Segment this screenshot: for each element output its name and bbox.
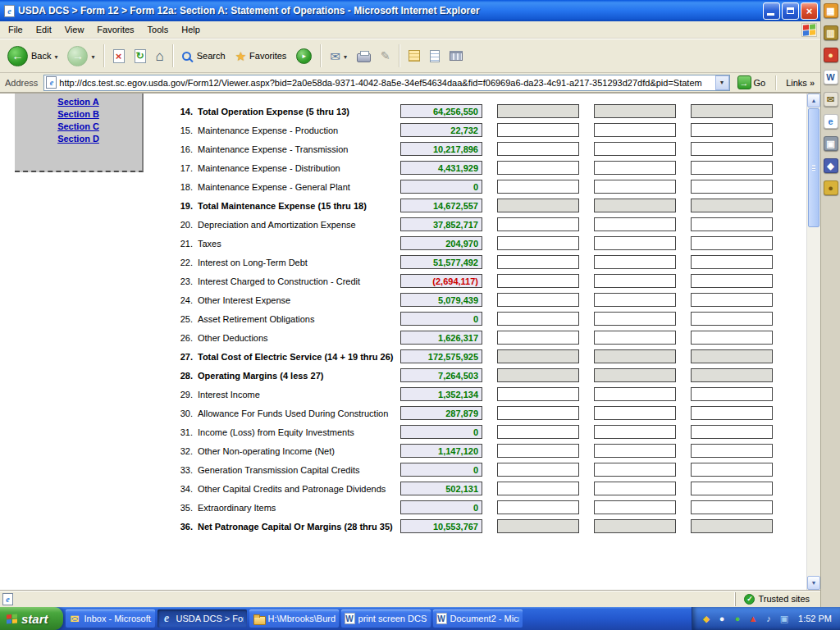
input-field[interactable] (497, 293, 579, 307)
menu-item[interactable]: File (2, 23, 30, 36)
input-field[interactable] (691, 293, 773, 307)
print-button[interactable] (353, 47, 375, 65)
input-field[interactable] (691, 217, 773, 231)
input-field[interactable] (691, 312, 773, 326)
value-field[interactable]: 1,352,134 (400, 387, 482, 401)
address-dropdown-button[interactable] (715, 75, 729, 90)
input-field[interactable] (691, 406, 773, 420)
input-field[interactable] (497, 463, 579, 477)
antivirus-tray-icon[interactable]: ● (732, 613, 743, 624)
input-field[interactable] (594, 444, 676, 458)
dock-shortcut-icon-5[interactable]: ✉ (824, 92, 838, 107)
value-field[interactable]: 64,256,550 (400, 104, 482, 118)
vertical-scrollbar[interactable]: ▲ ▼ (806, 94, 820, 590)
forward-button[interactable]: → (63, 43, 98, 69)
value-field[interactable]: 7,264,503 (400, 368, 482, 382)
menu-item[interactable]: Edit (30, 23, 58, 36)
home-button[interactable]: ⌂ (152, 47, 168, 66)
value-field[interactable]: 172,575,925 (400, 349, 482, 363)
input-field[interactable] (691, 274, 773, 288)
dock-shortcut-icon-8[interactable]: ◆ (824, 158, 838, 173)
menu-item[interactable]: View (58, 23, 91, 36)
input-field[interactable] (594, 500, 676, 514)
input-field[interactable] (594, 123, 676, 137)
input-field[interactable] (594, 406, 676, 420)
input-field[interactable] (594, 180, 676, 194)
input-field[interactable] (594, 142, 676, 156)
dock-shortcut-icon-7[interactable]: ▣ (824, 136, 838, 151)
input-field[interactable] (594, 387, 676, 401)
value-field[interactable]: 1,147,120 (400, 444, 482, 458)
sidebar-section-link[interactable]: Section A (15, 96, 142, 108)
taskbar-task-button[interactable]: H:\Mbrooks\Burd... (249, 609, 339, 628)
sidebar-section-link[interactable]: Section B (15, 108, 142, 121)
value-field[interactable]: 0 (400, 425, 482, 439)
taskbar-task-button[interactable]: W Document2 - Micr... (433, 609, 523, 628)
input-field[interactable] (691, 500, 773, 514)
dock-shortcut-icon-9[interactable]: ● (824, 180, 838, 195)
value-field[interactable]: 37,852,717 (400, 217, 482, 231)
address-input[interactable]: e http://dcs.test.sc.egov.usda.gov/Form1… (43, 75, 729, 91)
dock-shortcut-icon-2[interactable]: ▥ (824, 25, 838, 40)
input-field[interactable] (497, 180, 579, 194)
input-field[interactable] (594, 425, 676, 439)
value-field[interactable]: 0 (400, 180, 482, 194)
favorites-button[interactable]: ★ Favorites (231, 48, 291, 65)
input-field[interactable] (497, 482, 579, 495)
dock-shortcut-icon-3[interactable]: ● (824, 48, 838, 62)
input-field[interactable] (691, 444, 773, 458)
value-field[interactable]: 51,577,492 (400, 255, 482, 269)
input-field[interactable] (497, 406, 579, 420)
input-field[interactable] (497, 331, 579, 345)
input-field[interactable] (497, 387, 579, 401)
security-tray-icon[interactable]: ◆ (701, 613, 712, 624)
dock-shortcut-icon-4[interactable]: W (824, 70, 838, 84)
close-button[interactable]: × (801, 2, 818, 20)
input-field[interactable] (691, 142, 773, 156)
media-button[interactable]: ▸ (292, 46, 316, 66)
value-field[interactable]: 22,732 (400, 123, 482, 137)
input-field[interactable] (691, 387, 773, 401)
network-tray-icon[interactable]: ▣ (778, 613, 790, 624)
input-field[interactable] (691, 161, 773, 175)
minimize-button[interactable] (763, 2, 780, 20)
value-field[interactable]: 0 (400, 500, 482, 514)
input-field[interactable] (497, 217, 579, 231)
sidebar-section-link[interactable]: Section D (15, 133, 142, 145)
input-field[interactable] (497, 123, 579, 137)
start-button[interactable]: start (0, 607, 63, 630)
input-field[interactable] (497, 425, 579, 439)
input-field[interactable] (691, 236, 773, 250)
value-field[interactable]: 287,879 (400, 406, 482, 420)
value-field[interactable]: 204,970 (400, 236, 482, 250)
value-field[interactable]: 502,131 (400, 482, 482, 495)
mail-dropdown-icon[interactable] (344, 51, 347, 61)
value-field[interactable]: (2,694,117) (400, 274, 482, 288)
input-field[interactable] (497, 161, 579, 175)
input-field[interactable] (691, 331, 773, 345)
links-bar[interactable]: Links (783, 78, 818, 88)
go-button[interactable]: → Go (733, 75, 770, 90)
notes-button[interactable] (404, 48, 424, 64)
taskbar-task-button[interactable]: W print screen DCS ... (341, 609, 431, 628)
scrollbar-thumb[interactable] (808, 108, 819, 227)
input-field[interactable] (691, 123, 773, 137)
search-button[interactable]: Search (178, 48, 230, 63)
value-field[interactable]: 1,626,317 (400, 331, 482, 345)
value-field[interactable]: 5,079,439 (400, 293, 482, 307)
value-field[interactable]: 0 (400, 463, 482, 477)
input-field[interactable] (594, 293, 676, 307)
menu-item[interactable]: Tools (141, 23, 176, 36)
input-field[interactable] (691, 425, 773, 439)
input-field[interactable] (691, 463, 773, 477)
dock-shortcut-icon-1[interactable]: ▦ (824, 3, 838, 18)
input-field[interactable] (594, 236, 676, 250)
input-field[interactable] (594, 463, 676, 477)
menu-item[interactable]: Favorites (90, 23, 140, 36)
scroll-up-button[interactable]: ▲ (807, 94, 820, 107)
input-field[interactable] (594, 331, 676, 345)
input-field[interactable] (497, 236, 579, 250)
input-field[interactable] (497, 142, 579, 156)
value-field[interactable]: 14,672,557 (400, 199, 482, 212)
input-field[interactable] (691, 180, 773, 194)
